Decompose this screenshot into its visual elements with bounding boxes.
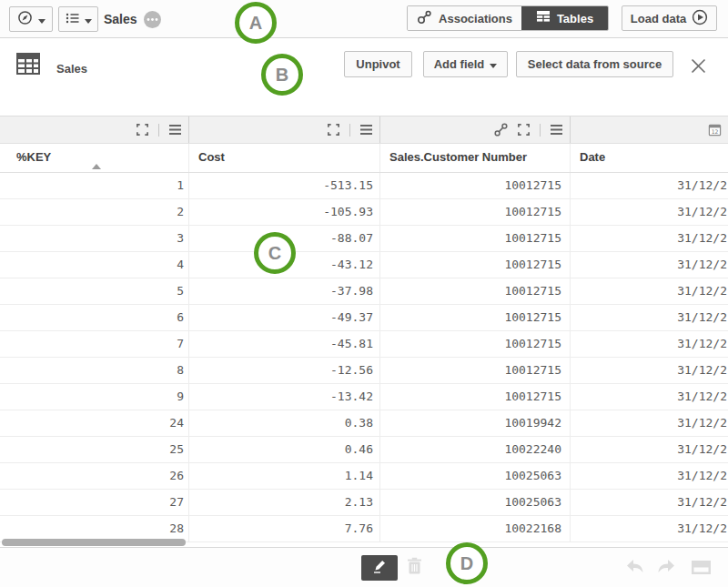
cell-customer: 10025063	[380, 463, 571, 489]
column-header-row: %KEY Cost Sales.Customer Number Date	[0, 144, 728, 173]
table-grid-icon	[536, 10, 551, 26]
toolbar-divider	[349, 124, 350, 137]
bottom-toolbar	[0, 547, 728, 587]
toolbar-divider	[540, 124, 541, 137]
association-link-icon	[417, 10, 432, 27]
table-row[interactable]: 24 0.38 10019942 31/12/2	[0, 410, 728, 437]
column-header-cost[interactable]: Cost	[189, 144, 380, 172]
table-row[interactable]: 2 -105.93 10012715 31/12/2	[0, 199, 728, 226]
cell-date: 31/12/2	[571, 331, 728, 357]
table-row[interactable]: 3 -88.07 10012715 31/12/2	[0, 226, 728, 252]
cell-date: 31/12/2	[571, 252, 728, 278]
table-row[interactable]: 7 -45.81 10012715 31/12/2	[0, 331, 728, 358]
cell-customer: 10012715	[380, 331, 571, 357]
expand-icon[interactable]	[136, 123, 149, 137]
tab-associations-label: Associations	[439, 12, 512, 25]
cell-customer: 10012715	[380, 173, 571, 198]
expand-icon[interactable]	[517, 123, 531, 137]
table-row[interactable]: 25 0.46 10022240 31/12/2	[0, 437, 728, 463]
cell-key: 7	[0, 331, 189, 357]
trash-icon[interactable]	[407, 557, 422, 579]
edit-pencil-icon	[371, 559, 388, 577]
app-title: Sales	[104, 12, 137, 26]
horizontal-scrollbar[interactable]	[2, 539, 186, 546]
chevron-down-icon	[38, 13, 46, 26]
annotation-marker-b: B	[261, 54, 303, 96]
cell-cost: -49.37	[189, 305, 380, 330]
table-row[interactable]: 4 -43.12 10012715 31/12/2	[0, 252, 728, 278]
tab-tables-label: Tables	[557, 12, 593, 25]
column-header-customer[interactable]: Sales.Customer Number	[380, 144, 571, 172]
close-icon[interactable]	[686, 54, 710, 77]
cell-key: 27	[0, 490, 189, 515]
menu-icon[interactable]	[168, 124, 182, 136]
play-circle-icon	[692, 9, 708, 28]
cell-cost: 0.38	[189, 410, 380, 436]
table-panel-header: Sales Unpivot Add field Select data from…	[0, 39, 728, 116]
cell-key: 9	[0, 384, 189, 410]
column-toolbar-key	[0, 116, 189, 143]
add-field-button[interactable]: Add field	[423, 51, 508, 77]
calendar-icon[interactable]: 12	[708, 123, 722, 137]
cell-customer: 10012715	[380, 226, 571, 251]
unpivot-label: Unpivot	[356, 57, 399, 71]
top-bar: Sales Associations Tables Load data	[0, 0, 728, 38]
cell-key: 1	[0, 173, 189, 198]
cell-cost: -12.56	[189, 358, 380, 383]
cell-key: 26	[0, 463, 189, 489]
column-header-date[interactable]: Date	[571, 144, 728, 172]
cell-key: 4	[0, 252, 189, 278]
load-data-button[interactable]: Load data	[622, 5, 717, 31]
table-row[interactable]: 27 2.13 10025063 31/12/2	[0, 490, 728, 516]
tab-tables[interactable]: Tables	[521, 6, 608, 30]
table-icon	[15, 51, 41, 80]
ellipsis-icon[interactable]	[144, 11, 161, 28]
add-field-label: Add field	[434, 57, 485, 71]
edit-button[interactable]	[361, 555, 398, 581]
cell-date: 31/12/2	[571, 278, 728, 304]
cell-date: 31/12/2	[571, 384, 728, 410]
cell-date: 31/12/2	[571, 199, 728, 225]
cell-customer: 10012715	[380, 252, 571, 278]
expand-icon[interactable]	[327, 123, 340, 137]
menu-icon[interactable]	[550, 124, 563, 136]
cell-cost: 7.76	[189, 516, 380, 541]
view-toggle: Associations Tables	[407, 5, 609, 31]
cell-customer: 10019942	[380, 410, 571, 436]
compass-icon	[17, 10, 33, 28]
link-icon[interactable]	[494, 123, 508, 137]
cell-key: 3	[0, 226, 189, 251]
chevron-down-icon	[490, 57, 497, 71]
panel-icon[interactable]	[691, 560, 712, 579]
cell-customer: 10022168	[380, 516, 571, 541]
app-options-button[interactable]	[58, 6, 98, 32]
select-data-from-source-button[interactable]: Select data from source	[516, 51, 673, 77]
tab-associations[interactable]: Associations	[408, 6, 521, 30]
navigation-menu-button[interactable]	[9, 6, 53, 32]
cell-date: 31/12/2	[571, 516, 728, 541]
select-data-label: Select data from source	[528, 57, 662, 71]
cell-cost: -37.98	[189, 278, 380, 304]
cell-date: 31/12/2	[571, 437, 728, 462]
cell-date: 31/12/2	[571, 463, 728, 489]
redo-icon[interactable]	[656, 559, 676, 579]
unpivot-button[interactable]: Unpivot	[344, 51, 412, 77]
column-toolbar-row: 12	[0, 116, 728, 144]
sort-ascending-icon	[92, 164, 101, 169]
table-row[interactable]: 1 -513.15 10012715 31/12/2	[0, 173, 728, 199]
table-row[interactable]: 9 -13.42 10012715 31/12/2	[0, 384, 728, 410]
cell-key: 25	[0, 437, 189, 462]
table-row[interactable]: 5 -37.98 10012715 31/12/2	[0, 278, 728, 305]
cell-customer: 10025063	[380, 490, 571, 515]
table-row[interactable]: 26 1.14 10025063 31/12/2	[0, 463, 728, 490]
menu-icon[interactable]	[359, 124, 373, 136]
cell-cost: -105.93	[189, 199, 380, 225]
table-row[interactable]: 8 -12.56 10012715 31/12/2	[0, 358, 728, 384]
cell-key: 2	[0, 199, 189, 225]
svg-text:12: 12	[712, 128, 719, 135]
undo-icon[interactable]	[625, 559, 645, 579]
cell-key: 28	[0, 516, 189, 541]
table-row[interactable]: 6 -49.37 10012715 31/12/2	[0, 305, 728, 331]
cell-cost: -45.81	[189, 331, 380, 357]
load-data-label: Load data	[631, 12, 686, 25]
